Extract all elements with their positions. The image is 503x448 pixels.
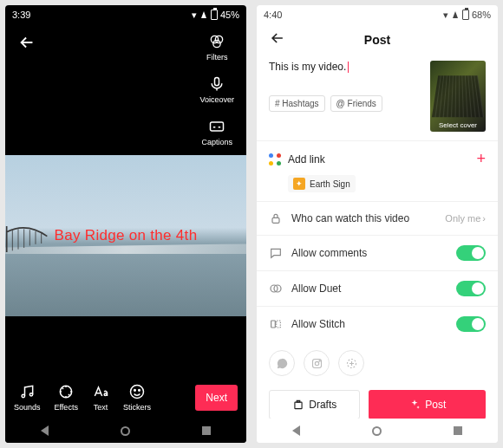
next-button[interactable]: Next [195, 385, 238, 411]
mic-icon [208, 75, 225, 93]
voiceover-button[interactable]: Voiceover [199, 75, 234, 104]
signal-icon [453, 11, 458, 18]
plus-icon[interactable]: + [476, 150, 486, 168]
nav-home-icon[interactable] [121, 426, 130, 436]
friends-chip[interactable]: @ Friends [330, 95, 382, 112]
share-instagram-button[interactable] [304, 350, 330, 376]
addlink-section: Add link + ✦ Earth Sign [257, 140, 498, 201]
chevron-right-icon: › [482, 213, 486, 224]
wifi-icon: ▾ [192, 10, 197, 21]
allow-duet-label: Allow Duet [291, 282, 341, 295]
status-right: ▾ 68% [443, 10, 491, 21]
nav-recent-icon[interactable] [454, 426, 462, 435]
svg-point-17 [315, 361, 318, 365]
status-right: ▾ 45% [192, 10, 239, 21]
post-screen: 4:40 ▾ 68% Post This is my video. # Hash… [257, 5, 498, 443]
android-nav [257, 419, 498, 443]
effect-name: Earth Sign [310, 179, 350, 189]
stickers-label: Stickers [123, 403, 151, 412]
add-link-button[interactable]: Add link [269, 153, 325, 166]
page-title: Post [364, 33, 390, 47]
android-nav [5, 419, 246, 443]
svg-point-2 [213, 40, 220, 47]
allow-comments-toggle[interactable] [456, 245, 486, 261]
text-button[interactable]: Text [92, 383, 109, 412]
drafts-icon [292, 399, 304, 411]
allow-duet-toggle[interactable] [456, 281, 486, 296]
post-header: Post [257, 24, 498, 55]
lock-icon [269, 211, 283, 225]
back-button[interactable] [17, 33, 36, 56]
svg-rect-4 [211, 122, 224, 131]
add-link-label: Add link [288, 153, 325, 166]
svg-rect-15 [277, 321, 281, 328]
effects-button[interactable]: Effects [55, 383, 78, 412]
svg-rect-20 [295, 402, 302, 409]
svg-point-6 [30, 393, 33, 396]
stickers-icon [128, 383, 146, 400]
battery-pct: 68% [472, 10, 491, 20]
nav-back-icon[interactable] [292, 425, 300, 436]
battery-pct: 45% [220, 10, 239, 20]
allow-duet-row: Allow Duet [257, 270, 498, 306]
privacy-label: Who can watch this video [291, 212, 409, 224]
editor-screen: 3:39 ▾ 45% Filters Voiceover Captions [5, 5, 246, 443]
sounds-label: Sounds [14, 403, 41, 412]
privacy-row[interactable]: Who can watch this video Only me › [257, 201, 498, 235]
cover-label: Select cover [430, 121, 486, 129]
nav-home-icon[interactable] [372, 426, 382, 436]
post-label: Post [425, 399, 446, 411]
back-button[interactable] [269, 29, 286, 51]
nav-back-icon[interactable] [41, 425, 49, 436]
privacy-value: Only me [445, 213, 480, 224]
text-icon [92, 383, 109, 400]
compose-area: This is my video. # Hashtags @ Friends S… [257, 55, 498, 140]
allow-stitch-label: Allow Stitch [291, 318, 345, 330]
voiceover-label: Voiceover [199, 95, 234, 104]
link-dots-icon [269, 153, 281, 166]
wifi-icon: ▾ [443, 10, 448, 21]
stitch-icon [269, 317, 283, 331]
svg-point-5 [22, 394, 24, 397]
filters-icon [208, 33, 225, 50]
svg-point-8 [130, 386, 143, 399]
caption-input[interactable]: This is my video. [269, 61, 421, 73]
share-row [257, 341, 498, 385]
comment-icon [269, 246, 283, 260]
sounds-button[interactable]: Sounds [14, 383, 41, 412]
status-time: 3:39 [12, 10, 30, 20]
stickers-button[interactable]: Stickers [123, 383, 151, 412]
battery-icon [211, 10, 218, 20]
filters-button[interactable]: Filters [206, 33, 228, 62]
bridge-graphic [5, 223, 49, 256]
overlay-caption[interactable]: Bay Ridge on the 4th [55, 227, 198, 244]
svg-point-9 [134, 390, 136, 392]
drafts-label: Drafts [309, 399, 336, 411]
svg-point-10 [139, 390, 140, 392]
svg-rect-14 [271, 321, 276, 328]
text-label: Text [94, 403, 108, 412]
captions-label: Captions [201, 138, 232, 146]
allow-stitch-toggle[interactable] [456, 316, 486, 332]
right-tool-column: Filters Voiceover Captions [199, 33, 234, 146]
nav-recent-icon[interactable] [202, 426, 211, 435]
captions-button[interactable]: Captions [201, 118, 232, 146]
status-bar: 3:39 ▾ 45% [5, 5, 246, 24]
status-bar: 4:40 ▾ 68% [257, 5, 498, 24]
filters-label: Filters [206, 53, 228, 62]
cover-selector[interactable]: Select cover [430, 61, 486, 132]
svg-rect-3 [215, 78, 219, 86]
share-chat-button[interactable] [269, 350, 295, 376]
share-more-button[interactable] [338, 350, 364, 376]
battery-icon [462, 10, 469, 20]
svg-point-18 [319, 360, 320, 360]
drafts-button[interactable]: Drafts [269, 390, 360, 419]
effects-icon [57, 383, 75, 400]
hashtags-chip[interactable]: # Hashtags [269, 95, 325, 112]
effect-badge[interactable]: ✦ Earth Sign [288, 175, 356, 192]
post-button[interactable]: Post [369, 390, 486, 419]
sparkle-icon [408, 399, 421, 411]
post-actions: Drafts Post [257, 385, 498, 419]
svg-point-7 [61, 386, 72, 397]
video-preview[interactable]: Bay Ridge on the 4th [5, 155, 246, 316]
